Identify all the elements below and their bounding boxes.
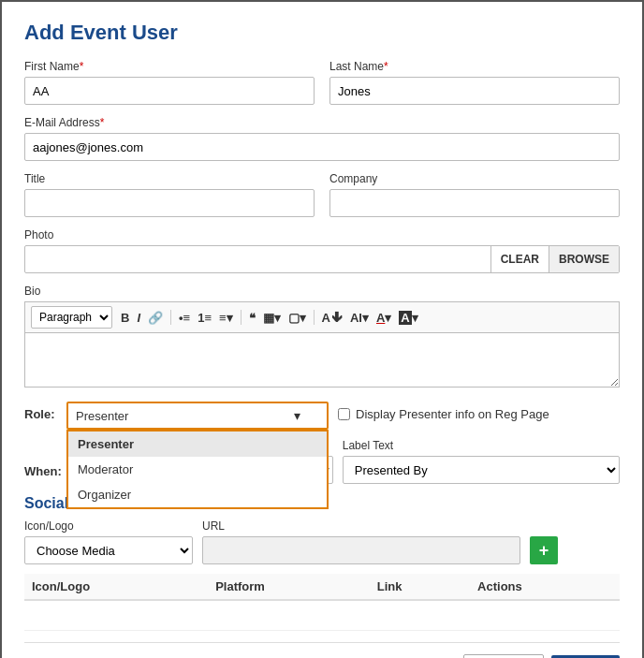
role-label: Role: bbox=[24, 402, 57, 421]
paragraph-select[interactable]: Paragraph bbox=[31, 306, 112, 329]
add-social-button[interactable]: + bbox=[530, 536, 558, 564]
bio-toolbar: Paragraph B I 🔗 •≡ 1≡ ≡▾ ❝ ▦▾ ▢▾ A🡳 AI▾ … bbox=[24, 301, 620, 332]
photo-label: Photo bbox=[24, 228, 620, 241]
role-row: Role: Presenter Presenter Moderator Orga… bbox=[24, 402, 620, 430]
url-group: URL bbox=[202, 519, 520, 564]
first-name-group: First Name* bbox=[24, 60, 315, 105]
col-platform: Platform bbox=[208, 574, 370, 600]
company-label: Company bbox=[329, 172, 620, 185]
photo-clear-button[interactable]: CLEAR bbox=[490, 246, 549, 272]
last-name-group: Last Name* bbox=[329, 60, 620, 105]
display-presenter-label[interactable]: Display Presenter info on Reg Page bbox=[356, 407, 549, 421]
url-label: URL bbox=[202, 519, 520, 533]
photo-file-input[interactable] bbox=[25, 248, 490, 271]
company-input[interactable] bbox=[329, 189, 620, 217]
role-select-display[interactable]: Presenter bbox=[66, 402, 329, 430]
toolbar-separator-2 bbox=[241, 310, 242, 325]
bio-textarea[interactable] bbox=[24, 332, 620, 387]
first-name-label: First Name* bbox=[24, 60, 315, 73]
italic-button[interactable]: I bbox=[134, 309, 143, 327]
role-selected-value: Presenter bbox=[76, 409, 128, 423]
when-label: When: bbox=[24, 464, 62, 484]
role-dropdown-menu: Presenter Moderator Organizer bbox=[66, 430, 329, 509]
toolbar-separator-3 bbox=[314, 310, 315, 325]
bullet-list-button[interactable]: •≡ bbox=[176, 309, 193, 327]
title-label: Title bbox=[24, 172, 315, 185]
bold-button[interactable]: B bbox=[118, 309, 132, 327]
col-link: Link bbox=[370, 574, 470, 600]
close-button[interactable]: CLOSE bbox=[463, 654, 543, 659]
email-group: E-Mail Address* bbox=[24, 116, 620, 161]
bio-label: Bio bbox=[24, 285, 620, 298]
icon-logo-group: Icon/Logo Choose Media bbox=[24, 519, 193, 564]
choose-media-select[interactable]: Choose Media bbox=[24, 536, 193, 564]
role-option-presenter[interactable]: Presenter bbox=[68, 431, 327, 457]
col-icon-logo: Icon/Logo bbox=[24, 574, 208, 600]
label-text-label: Label Text bbox=[343, 439, 620, 452]
title-group: Title bbox=[24, 172, 315, 217]
name-row: First Name* Last Name* bbox=[24, 60, 620, 105]
bio-section: Bio Paragraph B I 🔗 •≡ 1≡ ≡▾ ❝ ▦▾ ▢▾ A🡳 … bbox=[24, 285, 620, 390]
social-table-body bbox=[24, 600, 620, 630]
font-size-button[interactable]: A🡳 bbox=[319, 309, 345, 327]
align-button[interactable]: ≡▾ bbox=[216, 309, 236, 327]
role-dropdown-container: Presenter Presenter Moderator Organizer bbox=[66, 402, 329, 430]
table-header-row: Icon/Logo Platform Link Actions bbox=[24, 574, 620, 600]
display-presenter-checkbox[interactable] bbox=[338, 408, 350, 420]
label-text-select[interactable]: Presented By bbox=[343, 456, 620, 484]
social-table-header: Icon/Logo Platform Link Actions bbox=[24, 574, 620, 600]
last-name-input[interactable] bbox=[329, 77, 620, 105]
ai-button[interactable]: AI▾ bbox=[347, 309, 372, 327]
title-company-row: Title Company bbox=[24, 172, 620, 217]
table-row bbox=[24, 600, 620, 630]
social-section: Social Media and Websites Icon/Logo Choo… bbox=[24, 495, 620, 631]
photo-browse-button[interactable]: BROWSE bbox=[549, 246, 619, 272]
link-button[interactable]: 🔗 bbox=[145, 309, 166, 327]
email-row: E-Mail Address* bbox=[24, 116, 620, 161]
quote-button[interactable]: ❝ bbox=[246, 309, 258, 327]
company-group: Company bbox=[329, 172, 620, 217]
social-input-row: Icon/Logo Choose Media URL + bbox=[24, 519, 620, 564]
social-media-table: Icon/Logo Platform Link Actions bbox=[24, 574, 620, 631]
font-color-button[interactable]: A▾ bbox=[373, 309, 394, 327]
photo-row: Photo CLEAR BROWSE bbox=[24, 228, 620, 273]
first-name-input[interactable] bbox=[24, 77, 315, 105]
role-chevron-icon bbox=[294, 408, 300, 423]
ordered-list-button[interactable]: 1≡ bbox=[195, 309, 214, 327]
modal-container: Add Event User First Name* Last Name* E-… bbox=[0, 0, 644, 658]
media-button[interactable]: ▢▾ bbox=[285, 309, 309, 327]
photo-input-group: CLEAR BROWSE bbox=[24, 245, 620, 273]
toolbar-separator-1 bbox=[170, 310, 171, 325]
last-name-label: Last Name* bbox=[329, 60, 620, 73]
role-option-organizer[interactable]: Organizer bbox=[68, 482, 327, 507]
email-label: E-Mail Address* bbox=[24, 116, 620, 129]
role-option-moderator[interactable]: Moderator bbox=[68, 457, 327, 482]
page-title: Add Event User bbox=[24, 21, 620, 45]
col-actions: Actions bbox=[470, 574, 620, 600]
save-button[interactable]: SAVE bbox=[551, 655, 620, 659]
role-section: Role: Presenter Presenter Moderator Orga… bbox=[24, 402, 620, 484]
title-input[interactable] bbox=[24, 189, 315, 217]
email-input[interactable] bbox=[24, 133, 620, 161]
url-input[interactable] bbox=[202, 536, 520, 564]
label-text-group: Label Text Presented By bbox=[343, 439, 620, 484]
icon-logo-label: Icon/Logo bbox=[24, 519, 193, 533]
highlight-button[interactable]: A▾ bbox=[396, 309, 420, 327]
add-button-wrapper: + bbox=[530, 536, 558, 564]
table-button[interactable]: ▦▾ bbox=[260, 309, 284, 327]
modal-footer: By clicking Save, you affirm that you ha… bbox=[24, 642, 620, 659]
display-presenter-group: Display Presenter info on Reg Page bbox=[338, 402, 620, 421]
